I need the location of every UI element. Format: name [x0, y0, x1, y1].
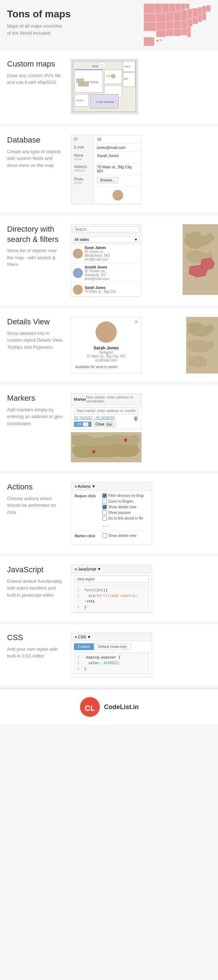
states-dropdown[interactable]: All states ▼ [73, 237, 139, 243]
svg-rect-7 [144, 13, 156, 22]
code-line-1: 1 function(){ [77, 587, 146, 593]
actions-title: Actions [7, 482, 64, 492]
svg-rect-22 [187, 19, 193, 27]
svg-text:STUDY: STUDY [76, 99, 84, 102]
markers-header: Marker New marker: enter address or coor… [71, 394, 141, 405]
markers-title: Markers [7, 393, 64, 404]
dir-info-3: Sarah Jones 70 Main st., Big City [84, 286, 116, 294]
region-click-row: Region click Filter directory by Regi Zo… [75, 493, 148, 528]
markers-section: Markers Add markers simply by entering a… [0, 385, 218, 471]
browse-button[interactable]: Browse... [97, 177, 118, 183]
svg-rect-21 [181, 21, 187, 28]
delete-marker-button[interactable]: 🗑 [134, 415, 138, 421]
svg-rect-48 [76, 78, 84, 83]
show-popover-checkbox[interactable] [102, 510, 107, 515]
css-section: CSS Add your own styles with built-in CS… [0, 624, 218, 686]
details-map-svg [186, 317, 218, 374]
states-dropdown-arrow: ▼ [134, 238, 138, 242]
filter-directory-checkbox[interactable] [102, 493, 107, 498]
markers-map-svg [71, 432, 142, 462]
svg-rect-32 [156, 40, 159, 42]
code-text-2: alert("Clicked country: "+thi [84, 593, 146, 605]
actions-description: Choose actions which should be performed… [7, 495, 64, 516]
states-dropdown-label: All states [75, 238, 89, 242]
zoom-region-checkbox[interactable] [102, 499, 107, 504]
show-details-checkbox[interactable] [102, 505, 107, 509]
marker-show-details-checkbox[interactable] [102, 533, 107, 538]
details-person-title: Designer [75, 350, 137, 354]
actions-divider [75, 531, 148, 531]
markers-description: Add markers simply by entering an addres… [7, 406, 64, 427]
javascript-code-editor[interactable]: 1 function(){ 2 alert("Clicked country: … [74, 585, 149, 612]
marker-address-input[interactable] [74, 407, 138, 414]
dir-info-1: Susie James 85 Grass st., Mediumcity, MO… [84, 246, 110, 261]
javascript-event-input[interactable] [74, 576, 149, 583]
css-tab-default[interactable]: Default (read-only) [94, 643, 131, 650]
database-title: Database [7, 135, 64, 145]
svg-rect-5 [181, 3, 185, 10]
actions-widget-container: ≡ Actions ▼ Region click Filter director… [71, 482, 211, 545]
db-photo-row: Photo photo Browse... [71, 175, 141, 187]
directory-person-3: Sarah Jones 70 Main st., Big City [71, 283, 141, 297]
css-text-3: } [84, 666, 86, 671]
css-tabs: Custom Default (read-only) [74, 643, 149, 650]
go-to-link-checkbox[interactable] [102, 516, 107, 520]
marker-coords-row: 29.7604267, -95.3698028 🗑 [74, 415, 138, 421]
directory-search-input[interactable] [73, 226, 139, 232]
javascript-widget: ≡ JavaScript ▼ 1 function(){ 2 alert("Cl… [71, 565, 152, 613]
database-text: Database Create any type of objects with… [7, 135, 64, 169]
css-text: CSS Add your own styles with built-in CS… [7, 633, 64, 660]
db-name-value: Sarah Jones [94, 152, 141, 163]
marker-close-button[interactable]: Close Esc [93, 421, 116, 427]
css-tab-custom[interactable]: Custom [74, 643, 94, 650]
markers-body: 29.7604267, -95.3698028 🗑 OK ↵ Close Esc [71, 405, 141, 429]
dir-name-1: Susie James [84, 246, 110, 250]
details-description: Show detailed info in custom-styled Deta… [7, 330, 64, 351]
directory-map [183, 224, 218, 297]
svg-rect-28 [174, 29, 181, 36]
marker-coordinates[interactable]: 29.7604267, -95.3698028 [74, 416, 115, 420]
actions-header[interactable]: ≡ Actions ▼ [71, 482, 152, 490]
svg-rect-51 [75, 69, 103, 70]
css-code-editor[interactable]: 1 .mapsvg-popover { 2 color: #AABB22; 3 … [74, 652, 149, 674]
svg-rect-0 [144, 3, 154, 13]
svg-rect-17 [144, 22, 156, 31]
db-id-label: ID [71, 135, 94, 143]
directory-map-svg [183, 224, 218, 295]
svg-rect-6 [185, 3, 189, 9]
css-line-2: 2 color: #AABB22; [77, 660, 146, 666]
svg-rect-16 [206, 5, 210, 12]
marker-ok-button[interactable]: OK ↵ [74, 422, 91, 427]
svg-rect-13 [193, 8, 198, 17]
db-photo-value: Browse... [94, 175, 141, 186]
svg-rect-14 [198, 7, 202, 15]
db-email-label: E-mail [71, 143, 94, 151]
css-line-1: 1 .mapsvg-popover { [77, 655, 146, 660]
javascript-header[interactable]: ≡ JavaScript ▼ [71, 565, 152, 573]
dir-addr-1: 85 Grass st., Mediumcity, MO [84, 250, 110, 258]
footer-brand-text: CodeList.in [104, 703, 139, 711]
svg-rect-18 [156, 22, 166, 30]
marker-show-details-option: Show details view [102, 533, 148, 538]
details-text: Details View Show detailed info in custo… [7, 317, 64, 350]
details-close-button[interactable]: ✕ [134, 319, 138, 325]
markers-map [71, 432, 142, 462]
floorplan-svg: GREAT ROOM KITCHEN NOOK BED STUDY 2 CAR … [71, 59, 138, 114]
dir-avatar-3 [73, 285, 83, 294]
db-address-label: Address address [71, 163, 94, 175]
go-to-link-label: Go to link stored in Re [108, 516, 143, 520]
css-line-3: 3 } [77, 666, 146, 671]
db-email-row: E-mail jones@mail.com [71, 143, 141, 152]
svg-rect-15 [202, 6, 206, 13]
details-widget-container: ✕ Sarah Jones Designer 70 Main St., Big … [71, 317, 211, 374]
details-title: Details View [7, 317, 64, 327]
code-line-2: 2 alert("Clicked country: "+thi [77, 593, 146, 605]
directory-person-1: Susie James 85 Grass st., Mediumcity, MO… [71, 244, 141, 264]
custom-maps-text: Custom maps Draw any custom SVG file and… [7, 59, 64, 86]
maps-description: Maps of all major countries of the World… [7, 22, 64, 37]
css-description: Add your own styles with built-in CSS ed… [7, 646, 64, 660]
svg-point-50 [111, 74, 115, 78]
actions-widget: ≡ Actions ▼ Region click Filter director… [71, 482, 152, 545]
custom-maps-description: Draw any custom SVG file and use it with… [7, 72, 64, 86]
css-header[interactable]: ≡ CSS ▼ [71, 633, 152, 641]
